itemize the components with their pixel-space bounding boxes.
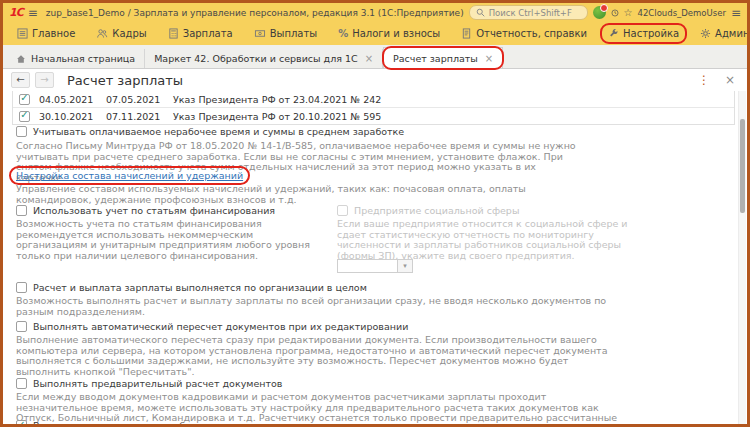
social-label: Предприятие социальной сферы [354, 205, 519, 216]
nonworking-days-table: ✓ 04.05.2021 07.05.2021 Указ Президента … [12, 91, 735, 125]
auto-recalc-label: Выполнять автоматический пересчет докуме… [33, 321, 408, 332]
menu-item-zarplata[interactable]: Зарплата [164, 25, 237, 42]
user-menu-icon[interactable]: ≡ [731, 7, 741, 19]
period-start-cell: 04.05.2021 [39, 94, 106, 105]
basis-cell: Указ Президента РФ от 23.04.2021 № 242 [173, 94, 734, 105]
nonworking-label: Учитывать оплачиваемое нерабочее время и… [33, 126, 404, 137]
tab-raschet-zarplaty[interactable]: Расчет зарплаты × [383, 47, 503, 68]
enterprise-type-select[interactable]: ▾ [337, 259, 413, 273]
list-icon [17, 28, 28, 39]
42clouds-icon[interactable] [593, 6, 606, 19]
pre-calc-checkbox-row[interactable]: Выполнять предварительный расчет докумен… [16, 378, 282, 389]
period-start-cell: 30.10.2021 [39, 111, 106, 122]
scrollbar-thumb[interactable] [740, 119, 745, 213]
open-windows-tab-bar: Начальная страница Маркет 42. Обработки … [3, 45, 747, 69]
menu-item-nalogi[interactable]: % Налоги и взносы [334, 25, 444, 42]
page-title: Расчет зарплаты [67, 73, 183, 88]
settings-form: ✓ 04.05.2021 07.05.2021 Указ Президента … [3, 91, 747, 424]
whole-org-label: Расчет и выплата зарплаты выполняется по… [33, 282, 367, 293]
indexation-checkbox[interactable]: ✓ [16, 420, 27, 424]
page-header: ← → Расчет зарплаты ⋮ × [3, 69, 747, 91]
accruals-description: Управление составом используемых начисле… [16, 184, 541, 205]
pre-calc-checkbox[interactable] [16, 378, 27, 389]
enterprise-type-value [338, 260, 397, 272]
current-user[interactable]: 42Clouds_DemoUser [638, 8, 726, 18]
close-page-icon[interactable]: × [721, 73, 739, 87]
social-checkbox [337, 205, 348, 216]
tab-market42[interactable]: Маркет 42. Обработки и сервисы для 1С × [145, 49, 383, 68]
table-row[interactable]: ✓ 30.10.2021 07.11.2021 Указ Президента … [13, 107, 734, 124]
gear-icon [700, 28, 711, 39]
nonworking-checkbox-row[interactable]: Учитывать оплачиваемое нерабочее время и… [16, 126, 404, 137]
whole-org-checkbox-row[interactable]: Расчет и выплата зарплаты выполняется по… [16, 282, 367, 293]
calculator-icon [168, 28, 179, 39]
home-icon [16, 54, 26, 64]
main-menu-icon[interactable]: ≡ [28, 7, 38, 19]
close-icon[interactable]: × [485, 53, 493, 64]
app-window: 1С ≡ zup_base1_Demo / Зарплата и управле… [0, 0, 750, 427]
row-checkbox[interactable]: ✓ [19, 94, 30, 105]
search-icon [476, 8, 485, 17]
pre-calc-label: Выполнять предварительный расчет докумен… [33, 378, 282, 389]
basis-cell: Указ Президента РФ от 20.10.2021 № 595 [173, 111, 734, 122]
people-icon [96, 28, 108, 39]
social-description: Если ваше предприятие относится к социал… [337, 219, 637, 261]
whole-org-description: Возможность выполнять расчет и выплату з… [16, 296, 616, 317]
auto-recalc-description: Выполнение автоматического пересчета сра… [16, 335, 614, 377]
section-menu-bar: Главное Кадры Зарплата Выплаты % Налоги … [3, 22, 747, 45]
close-icon[interactable]: × [365, 53, 373, 64]
row-checkbox[interactable]: ✓ [19, 111, 30, 122]
financing-checkbox-row[interactable]: Использовать учет по статьям финансирова… [16, 205, 275, 216]
1c-logo: 1С [9, 6, 23, 19]
financing-description: Возможность учета по статьям финансирова… [16, 219, 312, 261]
more-actions-icon[interactable]: ⋮ [692, 73, 716, 87]
social-checkbox-row: Предприятие социальной сферы [337, 205, 519, 216]
table-row[interactable]: ✓ 04.05.2021 07.05.2021 Указ Президента … [13, 91, 734, 107]
menu-item-kadry[interactable]: Кадры [92, 25, 150, 42]
favorites-star-icon[interactable]: ☆ [624, 8, 633, 18]
back-button[interactable]: ← [11, 72, 30, 88]
tab-home[interactable]: Начальная страница [7, 49, 145, 68]
forward-button[interactable]: → [35, 72, 54, 88]
indexation-label: Выполнять индексацию заработка сотрудник… [33, 420, 275, 424]
menu-item-otchetnost[interactable]: Отчетность, справки [457, 25, 591, 42]
financing-checkbox[interactable] [16, 205, 27, 216]
global-search-input[interactable]: Поиск Ctrl+Shift+F [469, 5, 588, 20]
auto-recalc-checkbox-row[interactable]: Выполнять автоматический пересчет докуме… [16, 321, 408, 332]
banknote-icon [254, 28, 266, 39]
nonworking-checkbox[interactable] [16, 126, 27, 137]
period-end-cell: 07.11.2021 [106, 111, 173, 122]
history-icon[interactable] [611, 7, 619, 19]
menu-item-vyplaty[interactable]: Выплаты [250, 25, 322, 42]
menu-item-administrirovanie[interactable]: Администрирование [696, 25, 750, 42]
period-end-cell: 07.05.2021 [106, 94, 173, 105]
menu-item-nastroyka[interactable]: Настройка [604, 25, 683, 42]
search-placeholder: Поиск Ctrl+Shift+F [489, 8, 572, 18]
window-title: zup_base1_Demo / Зарплата и управление п… [46, 8, 464, 18]
whole-org-checkbox[interactable] [16, 282, 27, 293]
auto-recalc-checkbox[interactable] [16, 321, 27, 332]
vertical-scrollbar[interactable] [738, 91, 746, 424]
title-bar: 1С ≡ zup_base1_Demo / Зарплата и управле… [3, 3, 747, 22]
report-icon [461, 28, 472, 39]
financing-label: Использовать учет по статьям финансирова… [33, 205, 275, 216]
indexation-checkbox-row[interactable]: ✓ Выполнять индексацию заработка сотрудн… [16, 420, 275, 424]
percent-icon: % [338, 28, 348, 39]
chevron-down-icon[interactable]: ▾ [397, 260, 412, 272]
accruals-settings-link[interactable]: Настройка состава начислений и удержаний [16, 170, 243, 181]
menu-item-glavnoe[interactable]: Главное [13, 25, 79, 42]
wrench-icon [608, 28, 619, 39]
